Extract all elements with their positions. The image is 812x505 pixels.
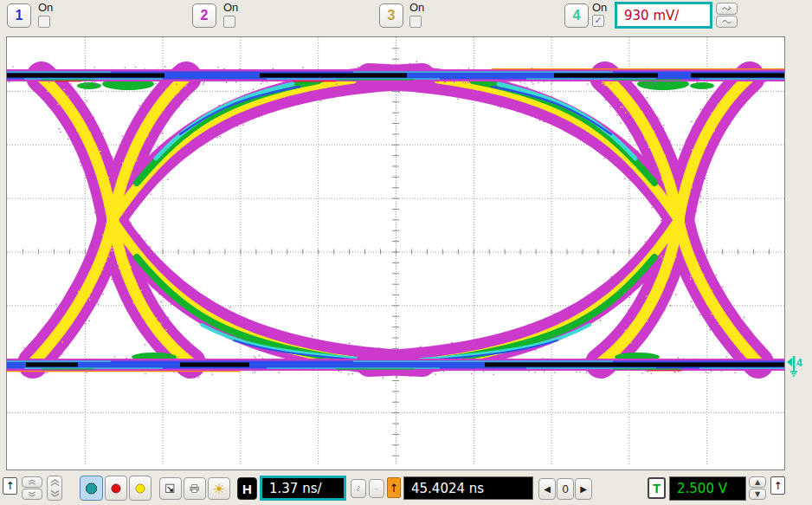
trigger-level-down-button[interactable]: ▼ bbox=[749, 489, 766, 500]
channel-4-checkmark: ✓ bbox=[594, 15, 602, 25]
red-circle-icon bbox=[111, 480, 121, 497]
run-button[interactable] bbox=[105, 476, 127, 501]
print-button[interactable] bbox=[184, 477, 206, 500]
channel-1-on-checkbox[interactable] bbox=[38, 16, 50, 28]
timebase-scale-value: 1.37 ns/ bbox=[269, 481, 322, 496]
double-chevron-down-icon bbox=[28, 490, 36, 498]
timebase-fine-button[interactable] bbox=[351, 479, 366, 498]
channel-2-button[interactable]: 2 bbox=[192, 3, 216, 28]
ground-marker-channel-number: 4 bbox=[796, 357, 802, 369]
horizontal-menu-label: H bbox=[242, 482, 252, 496]
horizontal-trigger-toolbar: ↑ bbox=[0, 472, 812, 505]
sine-arrow-icon bbox=[722, 4, 731, 13]
delay-increase-button[interactable]: ▶ bbox=[575, 478, 592, 500]
up-triangle-icon: ▲ bbox=[755, 478, 760, 486]
trigger-level-field[interactable]: 2.500 V bbox=[669, 476, 746, 501]
up-arrow-icon: ↑ bbox=[5, 480, 14, 492]
channel-1-label: 1 bbox=[16, 8, 23, 23]
chevron-updown-button[interactable] bbox=[47, 476, 62, 501]
waveform-display-frame bbox=[6, 36, 785, 470]
channel-toolbar: 1 On 2 On 3 On 4 On ✓ 930 mV/ bbox=[0, 0, 812, 36]
up-arrow-button-left[interactable]: ↑ bbox=[3, 477, 17, 495]
channel-2-label: 2 bbox=[201, 8, 209, 23]
delay-zero-label: 0 bbox=[562, 482, 568, 495]
channel-1-on-label: On bbox=[38, 1, 53, 14]
vertical-sine-icon bbox=[357, 482, 360, 495]
sun-icon: ☀ bbox=[213, 481, 225, 497]
right-triangle-icon: ▶ bbox=[580, 484, 587, 494]
up-arrow-icon: ↑ bbox=[773, 480, 782, 492]
delay-zero-button[interactable]: 0 bbox=[557, 478, 574, 500]
channel-2-on-checkbox[interactable] bbox=[223, 16, 235, 28]
chevron-up-icon bbox=[50, 479, 60, 486]
trigger-level-up-button[interactable]: ▲ bbox=[749, 476, 766, 488]
horizontal-delay-value: 45.4024 ns bbox=[411, 481, 484, 496]
up-arrow-icon: ↑ bbox=[390, 482, 399, 495]
left-triangle-icon: ◀ bbox=[544, 484, 551, 494]
channel-4-ground-marker[interactable]: 4 bbox=[786, 354, 810, 379]
channel-4-on-checkbox[interactable]: ✓ bbox=[592, 15, 604, 27]
trigger-slope-button[interactable]: ↑ bbox=[387, 477, 401, 498]
sine-icon bbox=[722, 17, 731, 26]
channel-4-button[interactable]: 4 bbox=[564, 3, 589, 28]
trigger-level-value: 2.500 V bbox=[677, 481, 727, 496]
horizontal-menu-button[interactable]: H bbox=[237, 477, 257, 500]
double-chevron-down-button[interactable] bbox=[22, 489, 42, 500]
left-arrow-icon bbox=[787, 358, 792, 366]
sine-icon bbox=[375, 485, 378, 493]
timebase-scale-field[interactable]: 1.37 ns/ bbox=[260, 476, 346, 501]
channel-3-on-checkbox[interactable] bbox=[409, 16, 422, 28]
ground-icon bbox=[790, 369, 797, 376]
printer-icon bbox=[190, 482, 200, 495]
double-chevron-up-icon bbox=[28, 478, 36, 486]
channel-4-scale-field[interactable]: 930 mV/ bbox=[615, 2, 712, 29]
channel-1-button[interactable]: 1 bbox=[7, 3, 31, 28]
channel-3-label: 3 bbox=[388, 8, 396, 23]
yellow-circle-icon bbox=[135, 480, 145, 497]
octagon-icon bbox=[86, 480, 97, 497]
channel-3-on-label: On bbox=[409, 1, 424, 14]
export-arrow-icon bbox=[165, 482, 176, 496]
waveform-display[interactable] bbox=[7, 37, 784, 466]
oscilloscope-window: 1 On 2 On 3 On 4 On ✓ 930 mV/ bbox=[0, 0, 812, 505]
screenshot-button[interactable] bbox=[159, 477, 182, 500]
trigger-menu-button[interactable]: T bbox=[648, 477, 666, 499]
timebase-coarse-button[interactable] bbox=[369, 479, 384, 498]
down-triangle-icon: ▼ bbox=[755, 490, 760, 498]
channel-4-on-label: On bbox=[592, 1, 607, 14]
horizontal-delay-field[interactable]: 45.4024 ns bbox=[403, 476, 533, 500]
single-button[interactable] bbox=[129, 476, 151, 501]
double-chevron-up-button[interactable] bbox=[22, 476, 42, 488]
delay-decrease-button[interactable]: ◀ bbox=[538, 478, 556, 500]
stop-button[interactable] bbox=[80, 476, 103, 501]
brightness-button[interactable]: ☀ bbox=[208, 477, 230, 500]
channel4-scale-fine-button[interactable] bbox=[716, 3, 738, 15]
channel-2-on-label: On bbox=[223, 1, 238, 14]
trigger-menu-label: T bbox=[653, 481, 661, 495]
chevron-down-icon bbox=[50, 490, 60, 497]
up-arrow-button-right[interactable]: ↑ bbox=[770, 476, 785, 495]
channel-3-button[interactable]: 3 bbox=[379, 3, 403, 28]
channel-4-label: 4 bbox=[573, 8, 581, 23]
channel-4-scale-value: 930 mV/ bbox=[624, 8, 679, 23]
channel4-scale-coarse-button[interactable] bbox=[716, 16, 738, 28]
